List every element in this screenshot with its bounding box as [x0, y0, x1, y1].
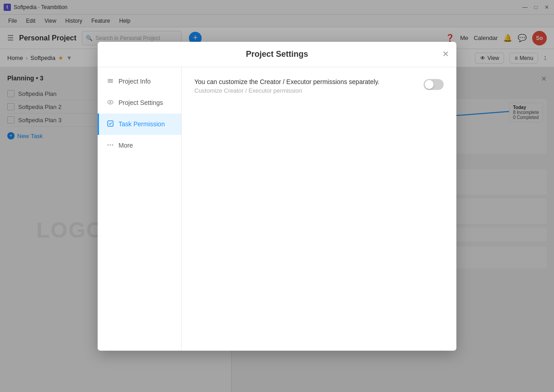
modal-header: Project Settings ✕: [98, 42, 456, 67]
svg-rect-3: [108, 79, 113, 80]
svg-rect-1: [108, 82, 113, 83]
modal-content: You can customize the Creator / Executor…: [182, 67, 456, 351]
permission-text-block: You can customize the Creator / Executor…: [194, 78, 424, 94]
nav-label-task-permission: Task Permission: [119, 120, 165, 128]
modal-body: Project Info Project Settings: [98, 67, 456, 351]
toggle-knob: [425, 80, 434, 89]
permission-subtitle: Customize Creator / Executor permission: [194, 87, 424, 94]
dots-icon: [107, 141, 114, 150]
svg-rect-2: [108, 80, 113, 81]
nav-label-project-info: Project Info: [119, 78, 151, 85]
nav-item-task-permission[interactable]: Task Permission: [98, 114, 181, 135]
svg-point-7: [108, 144, 109, 145]
eye-icon: [107, 99, 114, 107]
modal-title: Project Settings: [246, 50, 308, 59]
project-settings-modal: Project Settings ✕ Project Info: [98, 42, 456, 351]
modal-close-button[interactable]: ✕: [442, 49, 449, 59]
permission-title: You can customize the Creator / Executor…: [194, 78, 424, 85]
nav-label-project-settings: Project Settings: [119, 99, 163, 106]
nav-item-project-info[interactable]: Project Info: [98, 71, 181, 92]
nav-label-more: More: [119, 142, 133, 149]
permission-row: You can customize the Creator / Executor…: [194, 78, 444, 94]
svg-point-5: [109, 101, 111, 103]
checkbox-icon: [107, 120, 114, 129]
nav-item-more[interactable]: More: [98, 135, 181, 156]
svg-point-8: [110, 144, 111, 145]
modal-sidebar: Project Info Project Settings: [98, 67, 182, 351]
svg-point-9: [112, 144, 114, 145]
layers-icon: [107, 77, 114, 86]
nav-item-project-settings[interactable]: Project Settings: [98, 92, 181, 114]
permission-toggle[interactable]: [424, 79, 444, 90]
